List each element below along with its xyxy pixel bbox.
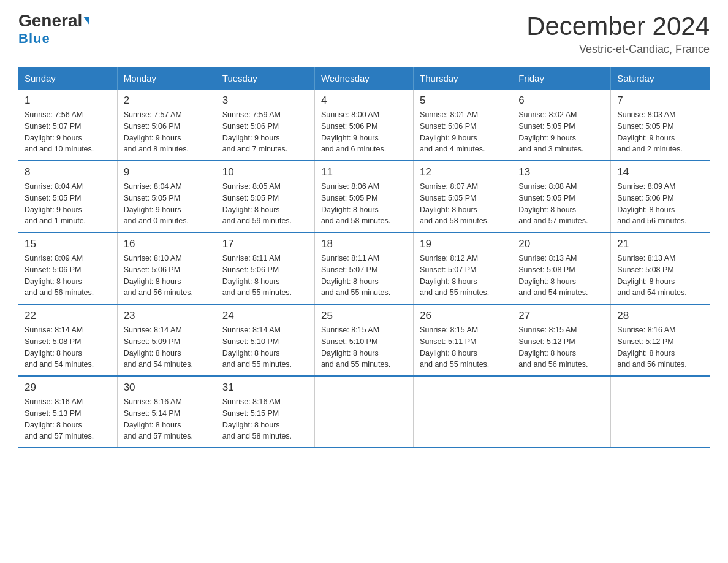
calendar-cell: 27Sunrise: 8:15 AMSunset: 5:12 PMDayligh… [512,304,611,376]
calendar-cell: 16Sunrise: 8:10 AMSunset: 5:06 PMDayligh… [117,232,216,304]
calendar-cell: 4Sunrise: 8:00 AMSunset: 5:06 PMDaylight… [314,90,413,161]
header-row: SundayMondayTuesdayWednesdayThursdayFrid… [18,67,710,90]
day-number: 20 [518,238,604,250]
calendar-cell: 17Sunrise: 8:11 AMSunset: 5:06 PMDayligh… [216,232,314,304]
day-info: Sunrise: 8:11 AMSunset: 5:07 PMDaylight:… [321,253,407,299]
day-number: 15 [25,238,111,250]
day-number: 10 [222,166,308,178]
day-info: Sunrise: 8:14 AMSunset: 5:09 PMDaylight:… [124,324,210,370]
day-info: Sunrise: 8:15 AMSunset: 5:10 PMDaylight:… [321,324,407,370]
calendar-cell: 23Sunrise: 8:14 AMSunset: 5:09 PMDayligh… [117,304,216,376]
calendar-cell: 31Sunrise: 8:16 AMSunset: 5:15 PMDayligh… [216,376,314,448]
day-info: Sunrise: 8:06 AMSunset: 5:05 PMDaylight:… [321,181,407,227]
day-number: 30 [124,381,210,394]
calendar-cell: 24Sunrise: 8:14 AMSunset: 5:10 PMDayligh… [216,304,314,376]
logo-blue: Blue [18,31,50,47]
day-info: Sunrise: 8:15 AMSunset: 5:11 PMDaylight:… [420,324,506,370]
week-row-4: 22Sunrise: 8:14 AMSunset: 5:08 PMDayligh… [18,304,710,376]
calendar-cell: 3Sunrise: 7:59 AMSunset: 5:06 PMDaylight… [216,90,314,161]
calendar-cell: 26Sunrise: 8:15 AMSunset: 5:11 PMDayligh… [414,304,512,376]
day-number: 18 [321,238,407,250]
logo-triangle-icon [83,17,89,25]
day-number: 3 [222,94,308,107]
day-info: Sunrise: 8:13 AMSunset: 5:08 PMDaylight:… [617,253,703,299]
day-info: Sunrise: 8:14 AMSunset: 5:08 PMDaylight:… [25,324,111,370]
calendar-cell [611,376,710,448]
day-number: 23 [124,310,210,322]
day-number: 17 [222,238,308,250]
day-info: Sunrise: 8:01 AMSunset: 5:06 PMDaylight:… [420,109,506,155]
day-number: 24 [222,310,308,322]
header-day-sunday: Sunday [18,67,117,90]
day-number: 7 [617,94,703,107]
day-number: 1 [25,94,111,107]
day-number: 13 [518,166,604,178]
calendar-cell: 12Sunrise: 8:07 AMSunset: 5:05 PMDayligh… [414,161,512,232]
day-number: 29 [25,381,111,394]
header-day-saturday: Saturday [611,67,710,90]
calendar-cell: 15Sunrise: 8:09 AMSunset: 5:06 PMDayligh… [18,232,117,304]
calendar-cell: 19Sunrise: 8:12 AMSunset: 5:07 PMDayligh… [414,232,512,304]
day-info: Sunrise: 8:15 AMSunset: 5:12 PMDaylight:… [518,324,604,370]
calendar-cell: 13Sunrise: 8:08 AMSunset: 5:05 PMDayligh… [512,161,611,232]
calendar-cell [314,376,413,448]
calendar-cell: 5Sunrise: 8:01 AMSunset: 5:06 PMDaylight… [414,90,512,161]
calendar-cell: 30Sunrise: 8:16 AMSunset: 5:14 PMDayligh… [117,376,216,448]
day-number: 14 [617,166,703,178]
day-info: Sunrise: 8:13 AMSunset: 5:08 PMDaylight:… [518,253,604,299]
day-number: 25 [321,310,407,322]
day-info: Sunrise: 8:04 AMSunset: 5:05 PMDaylight:… [124,181,210,227]
day-info: Sunrise: 8:08 AMSunset: 5:05 PMDaylight:… [518,181,604,227]
calendar-table: SundayMondayTuesdayWednesdayThursdayFrid… [18,67,710,448]
day-number: 21 [617,238,703,250]
day-info: Sunrise: 8:05 AMSunset: 5:05 PMDaylight:… [222,181,308,227]
calendar-cell: 2Sunrise: 7:57 AMSunset: 5:06 PMDaylight… [117,90,216,161]
day-number: 2 [124,94,210,107]
day-number: 31 [222,381,308,394]
day-number: 9 [124,166,210,178]
header-day-tuesday: Tuesday [216,67,314,90]
calendar-cell: 29Sunrise: 8:16 AMSunset: 5:13 PMDayligh… [18,376,117,448]
day-number: 22 [25,310,111,322]
day-number: 8 [25,166,111,178]
day-info: Sunrise: 7:56 AMSunset: 5:07 PMDaylight:… [25,109,111,155]
calendar-cell: 22Sunrise: 8:14 AMSunset: 5:08 PMDayligh… [18,304,117,376]
day-number: 12 [420,166,506,178]
calendar-cell: 10Sunrise: 8:05 AMSunset: 5:05 PMDayligh… [216,161,314,232]
calendar-cell: 28Sunrise: 8:16 AMSunset: 5:12 PMDayligh… [611,304,710,376]
page-header: General Blue December 2024 Vestric-et-Ca… [18,12,710,56]
day-info: Sunrise: 8:12 AMSunset: 5:07 PMDaylight:… [420,253,506,299]
day-number: 26 [420,310,506,322]
logo-general: General [18,12,89,29]
day-number: 27 [518,310,604,322]
day-info: Sunrise: 8:10 AMSunset: 5:06 PMDaylight:… [124,253,210,299]
day-info: Sunrise: 8:09 AMSunset: 5:06 PMDaylight:… [617,181,703,227]
logo: General Blue [18,12,89,47]
day-number: 19 [420,238,506,250]
day-info: Sunrise: 8:14 AMSunset: 5:10 PMDaylight:… [222,324,308,370]
title-section: December 2024 Vestric-et-Candiac, France [526,12,710,56]
day-info: Sunrise: 8:04 AMSunset: 5:05 PMDaylight:… [25,181,111,227]
calendar-cell: 18Sunrise: 8:11 AMSunset: 5:07 PMDayligh… [314,232,413,304]
week-row-3: 15Sunrise: 8:09 AMSunset: 5:06 PMDayligh… [18,232,710,304]
header-day-friday: Friday [512,67,611,90]
day-info: Sunrise: 8:16 AMSunset: 5:15 PMDaylight:… [222,396,308,442]
month-title: December 2024 [526,12,710,40]
location: Vestric-et-Candiac, France [526,43,710,56]
calendar-cell: 8Sunrise: 8:04 AMSunset: 5:05 PMDaylight… [18,161,117,232]
day-info: Sunrise: 7:57 AMSunset: 5:06 PMDaylight:… [124,109,210,155]
calendar-cell [512,376,611,448]
day-number: 16 [124,238,210,250]
day-info: Sunrise: 8:16 AMSunset: 5:14 PMDaylight:… [124,396,210,442]
header-day-monday: Monday [117,67,216,90]
day-info: Sunrise: 8:09 AMSunset: 5:06 PMDaylight:… [25,253,111,299]
day-number: 5 [420,94,506,107]
day-info: Sunrise: 8:16 AMSunset: 5:13 PMDaylight:… [25,396,111,442]
day-info: Sunrise: 8:02 AMSunset: 5:05 PMDaylight:… [518,109,604,155]
calendar-cell [414,376,512,448]
header-day-wednesday: Wednesday [314,67,413,90]
day-info: Sunrise: 8:00 AMSunset: 5:06 PMDaylight:… [321,109,407,155]
day-info: Sunrise: 8:16 AMSunset: 5:12 PMDaylight:… [617,324,703,370]
calendar-cell: 6Sunrise: 8:02 AMSunset: 5:05 PMDaylight… [512,90,611,161]
calendar-cell: 11Sunrise: 8:06 AMSunset: 5:05 PMDayligh… [314,161,413,232]
